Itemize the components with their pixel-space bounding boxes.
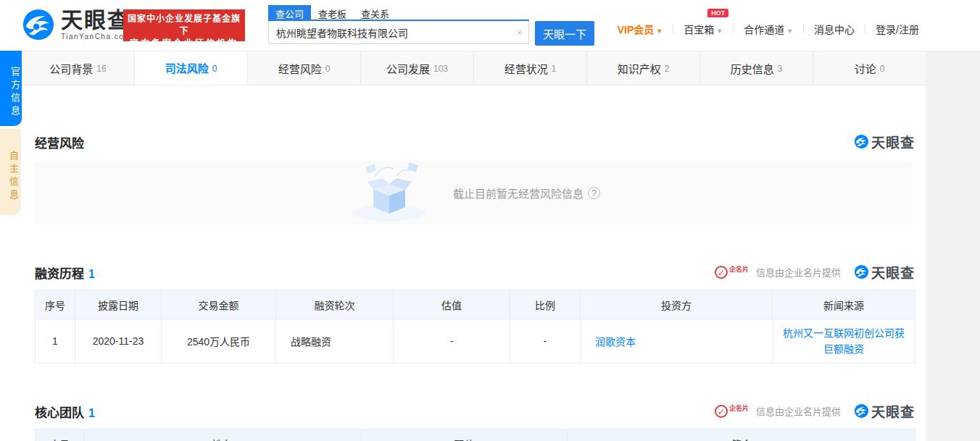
- tab-history-info[interactable]: 历史信息3: [700, 51, 813, 85]
- risk-section-header: 经营风险 天眼查: [22, 126, 926, 155]
- clear-search-icon[interactable]: ×: [517, 27, 523, 38]
- financing-table-header-row: 序号 披露日期 交易金额 融资轮次 估值 比例 投资方 新闻来源: [36, 290, 915, 319]
- nav-login-register[interactable]: 登录/注册: [865, 22, 929, 36]
- search-tabs: 查公司 查老板 查关系: [268, 5, 529, 21]
- col-name: 姓名: [84, 429, 361, 441]
- col-disclosure-date: 披露日期: [75, 290, 162, 319]
- tianyancha-watermark: 天眼查: [854, 132, 915, 151]
- col-profile: 简介: [568, 429, 915, 441]
- cell-amount: 2540万人民币: [162, 319, 276, 364]
- tab-company-background[interactable]: 公司背景16: [22, 51, 135, 85]
- cell-news: 杭州又一互联网初创公司获巨额融资: [773, 319, 915, 364]
- page: 天眼查 TianYanCha.com 国家中小企业发展子基金旗下 官方备案企业征…: [0, 0, 980, 441]
- tab-operating-risk[interactable]: 经营风险0: [248, 51, 361, 85]
- help-icon[interactable]: ?: [588, 187, 600, 199]
- col-news-source: 新闻来源: [773, 290, 915, 319]
- col-investor: 投资方: [581, 290, 773, 319]
- financing-count: 1: [88, 268, 95, 280]
- search-button[interactable]: 天眼一下: [535, 21, 594, 46]
- col-position: 职位: [361, 429, 568, 441]
- tab-operating-status[interactable]: 经营状况1: [474, 51, 587, 85]
- provider-note: 信息由企业名片提供: [756, 265, 841, 279]
- empty-box-icon: [347, 162, 434, 223]
- cert-line2: 官方备案企业征信机构: [123, 38, 245, 50]
- company-tabbar: 公司背景16 司法风险0 经营风险0 公司发展103 经营状况1 知识产权2 历…: [22, 51, 926, 85]
- cert-line1: 国家中小企业发展子基金旗下: [123, 13, 245, 38]
- risk-section-title: 经营风险: [35, 133, 84, 151]
- top-header: 天眼查 TianYanCha.com 国家中小企业发展子基金旗下 官方备案企业征…: [0, 0, 980, 51]
- news-link[interactable]: 杭州又一互联网初创公司获巨额融资: [783, 327, 905, 355]
- tianyancha-watermark-icon: [854, 403, 869, 419]
- nav-message-center[interactable]: 消息中心: [804, 22, 865, 36]
- financing-section-title: 融资历程1: [35, 264, 95, 282]
- risk-empty-state: 截止目前暂无经营风险信息 ?: [35, 161, 913, 224]
- team-section-header: 核心团队1 ✓ 企名片 信息由企业名片提供 天眼查: [22, 395, 926, 424]
- col-ratio: 比例: [510, 290, 581, 319]
- tab-intellectual-property[interactable]: 知识产权2: [587, 51, 700, 85]
- tianyancha-logo[interactable]: 天眼查 TianYanCha.com: [22, 8, 131, 41]
- col-valuation: 估值: [394, 290, 510, 319]
- chevron-down-icon: ▼: [786, 28, 793, 35]
- risk-empty-text: 截止目前暂无经营风险信息 ?: [453, 185, 600, 201]
- search-input[interactable]: [268, 21, 529, 44]
- ribbon-self-info[interactable]: 自主信息: [0, 129, 20, 214]
- financing-table: 序号 披露日期 交易金额 融资轮次 估值 比例 投资方 新闻来源 1 2020-…: [35, 290, 915, 364]
- qimingpian-badge: ✓ 企名片: [715, 405, 749, 418]
- col-serial: 序号: [36, 290, 75, 319]
- search-tab-company[interactable]: 查公司: [268, 5, 311, 20]
- cell-ratio: -: [510, 319, 581, 364]
- search-area: 查公司 查老板 查关系 × 天眼一下: [268, 5, 594, 44]
- cell-round: 战略融资: [276, 319, 394, 364]
- cell-investor: 润歌资本: [581, 319, 773, 364]
- financing-section-header: 融资历程1 ✓ 企名片 信息由企业名片提供 天眼查: [22, 256, 926, 285]
- team-table: 序号 姓名 职位 简介: [35, 429, 915, 441]
- check-circle-icon: ✓: [715, 266, 728, 279]
- tianyancha-watermark: 天眼查: [854, 401, 915, 421]
- chevron-down-icon: ▼: [656, 28, 663, 35]
- tianyancha-watermark-icon: [854, 134, 869, 149]
- investor-link[interactable]: 润歌资本: [595, 336, 636, 348]
- cell-date: 2020-11-23: [75, 319, 162, 364]
- nav-cooperation[interactable]: 合作通道▼: [734, 22, 803, 36]
- chevron-down-icon: ▼: [716, 28, 723, 35]
- financing-table-row: 1 2020-11-23 2540万人民币 战略融资 - - 润歌资本 杭州又一…: [36, 319, 915, 364]
- search-tab-boss[interactable]: 查老板: [311, 5, 354, 20]
- qimingpian-badge: ✓ 企名片: [715, 266, 749, 279]
- col-round: 融资轮次: [276, 290, 394, 319]
- certification-badge: 国家中小企业发展子基金旗下 官方备案企业征信机构: [123, 9, 245, 41]
- check-circle-icon: ✓: [715, 405, 728, 418]
- cell-valuation: -: [394, 319, 510, 364]
- search-tab-relation[interactable]: 查关系: [354, 5, 396, 20]
- tab-company-development[interactable]: 公司发展103: [361, 51, 474, 85]
- nav-vip[interactable]: VIP会员▼: [607, 22, 673, 36]
- team-count: 1: [88, 407, 95, 419]
- logo-title: 天眼查: [61, 9, 131, 31]
- team-section-title: 核心团队1: [35, 403, 95, 421]
- tab-discussion[interactable]: 讨论0: [813, 51, 926, 85]
- ribbon-official-info[interactable]: 官方信息: [0, 51, 22, 126]
- logo-subtitle: TianYanCha.com: [61, 33, 131, 41]
- hot-badge: HOT: [707, 9, 728, 17]
- tianyancha-watermark-icon: [854, 264, 869, 280]
- provider-note: 信息由企业名片提供: [756, 404, 841, 418]
- col-amount: 交易金额: [162, 290, 276, 319]
- col-serial: 序号: [36, 429, 84, 441]
- tab-judicial-risk[interactable]: 司法风险0: [135, 51, 248, 85]
- page-right-margin: [926, 51, 980, 441]
- team-table-header-row: 序号 姓名 职位 简介: [36, 429, 915, 441]
- cell-serial: 1: [36, 319, 75, 364]
- tianyancha-watermark: 天眼查: [854, 262, 915, 282]
- nav-treasure-box[interactable]: HOT 百宝箱▼: [673, 22, 733, 36]
- tianyancha-logo-icon: [22, 8, 55, 41]
- top-navigation: VIP会员▼ HOT 百宝箱▼ 合作通道▼ 消息中心 登录/注册: [607, 22, 929, 36]
- main-content: 经营风险 天眼查: [22, 85, 926, 441]
